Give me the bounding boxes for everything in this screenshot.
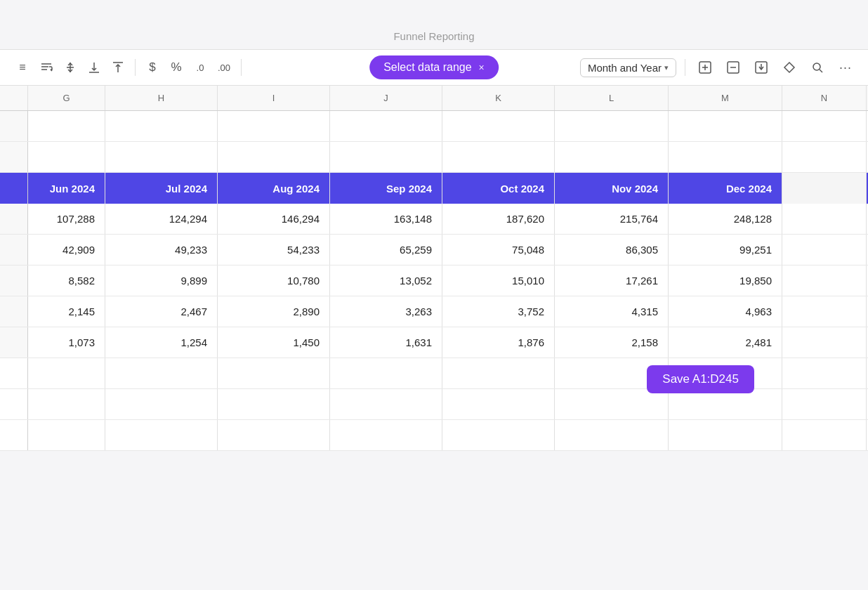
col-header-n: N	[782, 86, 867, 110]
cell-j2[interactable]	[330, 142, 442, 172]
cell-h-header[interactable]: Jul 2024	[105, 173, 218, 204]
cell-i-r2[interactable]: 54,233	[218, 235, 330, 265]
cell-g-header[interactable]: Jun 2024	[28, 173, 105, 204]
cell-k-r4[interactable]: 3,752	[442, 296, 555, 327]
cell-k-r1[interactable]: 187,620	[442, 204, 555, 234]
cell-g-r1[interactable]: 107,288	[28, 204, 105, 234]
cell-k-r2[interactable]: 75,048	[442, 235, 555, 265]
cell-g1[interactable]	[28, 111, 105, 141]
more-options-icon[interactable]: ···	[834, 56, 857, 79]
month-year-dropdown[interactable]: Month and Year ▾	[580, 58, 676, 77]
cell-h-r1[interactable]: 124,294	[105, 204, 218, 234]
funnel-title: Funnel Reporting	[393, 30, 474, 42]
save-button[interactable]: Save A1:D245	[647, 365, 754, 393]
svg-line-17	[820, 70, 822, 72]
cell-l-r1[interactable]: 215,764	[555, 204, 669, 234]
col-header-g: G	[28, 86, 105, 110]
cell-n-r3[interactable]	[782, 266, 867, 296]
col-header-j: J	[330, 86, 442, 110]
align-bottom-icon[interactable]	[83, 56, 105, 79]
row-num	[0, 142, 28, 172]
cell-l-r3[interactable]: 17,261	[555, 266, 669, 296]
decimal-dec-icon[interactable]: .0	[189, 56, 211, 79]
cell-m-r5[interactable]: 2,481	[669, 327, 782, 358]
divider3	[685, 59, 685, 76]
align-wrap-icon[interactable]	[35, 56, 58, 79]
cell-k-r3[interactable]: 15,010	[442, 266, 555, 296]
cell-i-header[interactable]: Aug 2024	[218, 173, 330, 204]
cell-j-r3[interactable]: 13,052	[330, 266, 442, 296]
table-row: 42,909 49,233 54,233 65,259 75,048 86,30…	[0, 235, 868, 266]
row-num	[0, 389, 28, 419]
cell-g-r3[interactable]: 8,582	[28, 266, 105, 296]
col-header-l: L	[555, 86, 669, 110]
close-icon[interactable]: ×	[479, 62, 485, 73]
alignment-tools: ≡	[11, 56, 129, 79]
decimal-inc-icon[interactable]: .00	[213, 56, 235, 79]
align-middle-icon[interactable]	[59, 56, 81, 79]
cell-i1[interactable]	[218, 111, 330, 141]
cell-h-r3[interactable]: 9,899	[105, 266, 218, 296]
cell-h-r4[interactable]: 2,467	[105, 296, 218, 327]
select-range-label: Select data range	[383, 61, 471, 74]
cell-n-r5[interactable]	[782, 327, 867, 358]
cell-k-r5[interactable]: 1,876	[442, 327, 555, 358]
remove-chart-icon[interactable]	[722, 56, 744, 79]
cell-m-r3[interactable]: 19,850	[669, 266, 782, 296]
cell-j1[interactable]	[330, 111, 442, 141]
table-row: 8,582 9,899 10,780 13,052 15,010 17,261 …	[0, 266, 868, 296]
download-icon[interactable]	[750, 56, 772, 79]
cell-g-r2[interactable]: 42,909	[28, 235, 105, 265]
cell-i2[interactable]	[218, 142, 330, 172]
cell-j-r5[interactable]: 1,631	[330, 327, 442, 358]
cell-m2[interactable]	[669, 142, 782, 172]
cell-k2[interactable]	[442, 142, 555, 172]
col-header-m: M	[669, 86, 782, 110]
cell-i-r3[interactable]: 10,780	[218, 266, 330, 296]
cell-n-r2[interactable]	[782, 235, 867, 265]
dollar-icon[interactable]: $	[141, 56, 164, 79]
add-chart-icon[interactable]	[694, 56, 716, 79]
cell-n-r4[interactable]	[782, 296, 867, 327]
cell-n1[interactable]	[782, 111, 867, 141]
cell-k-header[interactable]: Oct 2024	[442, 173, 555, 204]
cell-h-r2[interactable]: 49,233	[105, 235, 218, 265]
table-row: 2,145 2,467 2,890 3,263 3,752 4,315 4,96…	[0, 296, 868, 327]
cell-j-r4[interactable]: 3,263	[330, 296, 442, 327]
cell-h-r5[interactable]: 1,254	[105, 327, 218, 358]
cell-i-r1[interactable]: 146,294	[218, 204, 330, 234]
cell-l-r5[interactable]: 2,158	[555, 327, 669, 358]
search-icon[interactable]	[806, 56, 829, 79]
cell-l-r4[interactable]: 4,315	[555, 296, 669, 327]
cell-g-r4[interactable]: 2,145	[28, 296, 105, 327]
cell-j-header[interactable]: Sep 2024	[330, 173, 442, 204]
cell-k1[interactable]	[442, 111, 555, 141]
cell-l1[interactable]	[555, 111, 669, 141]
row-num	[0, 358, 28, 388]
cell-i-r5[interactable]: 1,450	[218, 327, 330, 358]
cell-j-r2[interactable]: 65,259	[330, 235, 442, 265]
cell-m-r1[interactable]: 248,128	[669, 204, 782, 234]
align-top-icon[interactable]	[107, 56, 129, 79]
cell-h1[interactable]	[105, 111, 218, 141]
cell-n-r1[interactable]	[782, 204, 867, 234]
select-data-range-button[interactable]: Select data range ×	[369, 55, 499, 79]
row-num	[0, 266, 28, 296]
cell-m-header[interactable]: Dec 2024	[669, 173, 782, 204]
cell-l2[interactable]	[555, 142, 669, 172]
cell-m-r4[interactable]: 4,963	[669, 296, 782, 327]
cell-j-r1[interactable]: 163,148	[330, 204, 442, 234]
cell-m-r2[interactable]: 99,251	[669, 235, 782, 265]
diamond-icon[interactable]	[778, 56, 801, 79]
percent-icon[interactable]: %	[165, 56, 188, 79]
cell-h2[interactable]	[105, 142, 218, 172]
cell-m1[interactable]	[669, 111, 782, 141]
cell-l-header[interactable]: Nov 2024	[555, 173, 669, 204]
cell-g2[interactable]	[28, 142, 105, 172]
cell-i-r4[interactable]: 2,890	[218, 296, 330, 327]
align-left-icon[interactable]: ≡	[11, 56, 34, 79]
cell-n2[interactable]	[782, 142, 867, 172]
cell-l-r2[interactable]: 86,305	[555, 235, 669, 265]
row-num-header	[0, 86, 28, 110]
cell-g-r5[interactable]: 1,073	[28, 327, 105, 358]
